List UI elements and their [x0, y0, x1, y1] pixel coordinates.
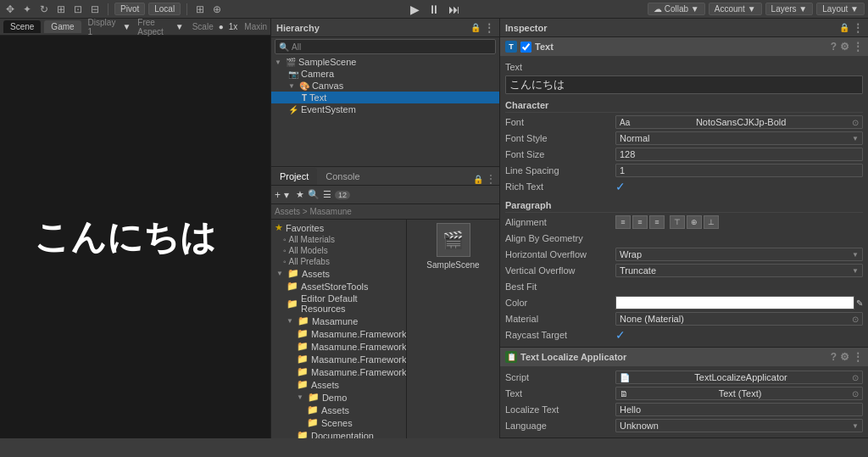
search2-icon[interactable]: 🔍 [308, 189, 320, 200]
inspector-title: Inspector [505, 23, 548, 33]
font-select-icon[interactable]: ⊙ [852, 118, 859, 127]
align-right-btn[interactable]: ≡ [649, 215, 665, 229]
folder-label-editordefault: Editor Default Resources [301, 293, 403, 314]
line-spacing-value[interactable]: 1 [615, 164, 863, 177]
font-style-value[interactable]: Normal [615, 131, 863, 145]
folder-documentation[interactable]: 📁 Documentation [273, 429, 404, 438]
hierarchy-lock[interactable]: 🔒 [470, 23, 481, 32]
language-value[interactable]: Unknown [615, 419, 863, 432]
fav-materials[interactable]: ◦ All Materials [273, 234, 404, 245]
folder-editordefault[interactable]: 📁 Editor Default Resources [273, 293, 404, 315]
best-fit-value [615, 280, 863, 293]
folder-masamune[interactable]: ▼ 📁 Masamune [273, 315, 404, 327]
folder-masamune-fw4[interactable]: 📁 Masamune.Framework. [273, 365, 404, 378]
add-icon[interactable]: + [275, 189, 281, 201]
folder-assetstoretools[interactable]: 📁 AssetStoreTools [273, 280, 404, 293]
localize-text-value[interactable]: Hello [615, 403, 863, 416]
project-toolbar: + ▾ ★ 🔍 ☰ 12 [271, 186, 499, 204]
text-component-header[interactable]: T Text ? ⚙ ⋮ [500, 37, 868, 56]
toolbar-right: ☁ Collab ▼ Account ▼ Layers ▼ Layout ▼ [648, 3, 865, 15]
pivot-button[interactable]: Pivot [114, 3, 145, 15]
folder-demo[interactable]: ▼ 📁 Demo [273, 391, 404, 404]
magnet-icon[interactable]: ⊕ [210, 3, 224, 15]
tab-scene[interactable]: Scene [3, 20, 41, 33]
grid-icon[interactable]: ⊞ [193, 3, 207, 15]
rotate-icon[interactable]: ↻ [37, 3, 51, 15]
h-overflow-value[interactable]: Wrap [615, 248, 863, 261]
align-mid-btn[interactable]: ⊕ [687, 215, 702, 229]
fav-icon[interactable]: ★ [296, 189, 304, 200]
tree-item-camera[interactable]: 📷 Camera [271, 68, 499, 80]
folder-icon[interactable]: ▾ [284, 189, 289, 201]
layers-button[interactable]: Layers ▼ [765, 3, 814, 15]
fav-models[interactable]: ◦ All Models [273, 245, 404, 256]
account-button[interactable]: Account ▼ [709, 3, 762, 15]
inspector-menu-icon[interactable]: ⋮ [853, 22, 863, 34]
localize-menu-icon[interactable]: ⋮ [853, 351, 863, 363]
color-value[interactable] [615, 296, 854, 309]
folder-masamune-fw2[interactable]: 📁 Masamune.Framework. [273, 340, 404, 353]
project-lock[interactable]: 🔒 [473, 175, 483, 184]
tab-project[interactable]: Project [271, 168, 317, 185]
script-value[interactable]: 📄 TextLocalizeApplicator ⊙ [615, 371, 863, 384]
move-icon[interactable]: ✦ [20, 3, 34, 15]
filter-icon[interactable]: ☰ [323, 189, 331, 200]
scale-icon[interactable]: ⊞ [54, 3, 68, 15]
asset-item-samplescene[interactable]: 🎬 SampleScene [410, 223, 496, 270]
folder-icon9: 📁 [308, 392, 320, 403]
local-button[interactable]: Local [148, 3, 181, 15]
text-comp-menu-icon[interactable]: ⋮ [853, 41, 863, 53]
transform2-icon[interactable]: ⊟ [88, 3, 102, 15]
hierarchy-menu[interactable]: ⋮ [484, 22, 494, 34]
font-size-value[interactable]: 128 [615, 148, 863, 161]
hierarchy-search[interactable]: 🔍 All [275, 39, 496, 54]
color-edit-icon[interactable]: ✎ [856, 298, 863, 308]
help-icon[interactable]: ? [831, 41, 837, 53]
folder-favorites[interactable]: ★ Favorites [273, 221, 404, 234]
loc-text-value[interactable]: 🗎 Text (Text) ⊙ [615, 387, 863, 400]
tree-item-text[interactable]: T Text [271, 92, 499, 103]
align-bot-btn[interactable]: ⊥ [704, 215, 719, 229]
pause-button[interactable]: ⏸ [425, 3, 443, 16]
tab-game[interactable]: Game [44, 20, 81, 33]
folder-masamune-fw1[interactable]: 📁 Masamune.Framework. [273, 327, 404, 340]
script-select-icon[interactable]: ⊙ [852, 373, 859, 382]
raycast-check[interactable]: ✓ [615, 328, 626, 342]
rect-icon[interactable]: ⊡ [71, 3, 85, 15]
tree-item-samplescene[interactable]: ▼ 🎬 SampleScene [271, 56, 499, 68]
font-value[interactable]: Aa NotoSansCJKJp-Bold ⊙ [615, 115, 863, 129]
folder-masamune-fw3[interactable]: 📁 Masamune.Framework. [273, 353, 404, 365]
loc-text-select-icon[interactable]: ⊙ [852, 389, 859, 398]
transform-icon[interactable]: ✥ [3, 3, 17, 15]
localize-settings-icon[interactable]: ⚙ [840, 351, 849, 363]
material-value[interactable]: None (Material) ⊙ [615, 312, 863, 326]
scene-canvas[interactable]: こんにちは [0, 180, 270, 295]
collab-button[interactable]: ☁ Collab ▼ [648, 3, 705, 15]
project-menu[interactable]: ⋮ [486, 173, 496, 185]
folder-assets-inner[interactable]: 📁 Assets [273, 378, 404, 391]
tree-item-eventsystem[interactable]: ⚡ EventSystem [271, 103, 499, 115]
play-button[interactable]: ▶ [407, 3, 423, 16]
fav-prefabs[interactable]: ◦ All Prefabs [273, 256, 404, 267]
material-select-icon[interactable]: ⊙ [852, 315, 859, 324]
rich-text-check[interactable]: ✓ [615, 180, 626, 193]
material-row: Material None (Material) ⊙ [505, 311, 863, 326]
loc-text-label: Text [505, 388, 615, 398]
localize-help-icon[interactable]: ? [831, 351, 837, 363]
inspector-lock-icon[interactable]: 🔒 [839, 23, 849, 32]
folder-demo-scenes[interactable]: 📁 Scenes [273, 416, 404, 429]
folder-demo-assets[interactable]: 📁 Assets [273, 404, 404, 416]
text-enabled-checkbox[interactable] [520, 42, 531, 53]
align-left-btn[interactable]: ≡ [615, 215, 631, 229]
tab-console[interactable]: Console [317, 168, 368, 185]
text-value-field[interactable]: こんにちは [505, 75, 863, 94]
tree-item-canvas[interactable]: ▼ 🎨 Canvas [271, 80, 499, 92]
settings-icon[interactable]: ⚙ [840, 41, 849, 53]
layout-button[interactable]: Layout ▼ [816, 3, 865, 15]
align-center-btn[interactable]: ≡ [632, 215, 648, 229]
step-button[interactable]: ⏭ [445, 3, 464, 16]
v-overflow-value[interactable]: Truncate [615, 264, 863, 277]
align-top-btn[interactable]: ⊤ [670, 215, 685, 229]
localize-component-header[interactable]: 📋 Text Localize Applicator ? ⚙ ⋮ [500, 348, 868, 366]
folder-assets[interactable]: ▼ 📁 Assets [273, 267, 404, 280]
